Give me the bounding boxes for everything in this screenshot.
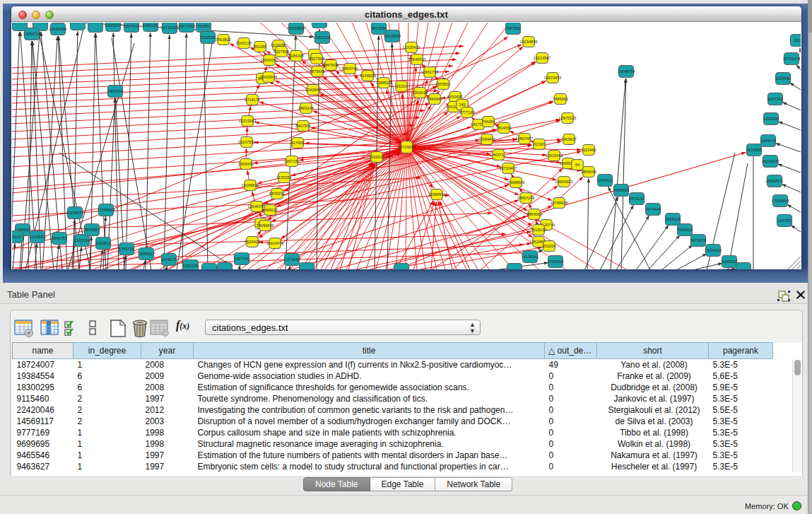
svg-text:9884067: 9884067 — [526, 212, 542, 216]
svg-text:10653267: 10653267 — [105, 23, 122, 28]
svg-text:1588520: 1588520 — [376, 81, 392, 85]
svg-text:1733426: 1733426 — [548, 259, 563, 264]
svg-text:116753: 116753 — [778, 218, 791, 223]
svg-text:1135359: 1135359 — [276, 175, 291, 180]
svg-text:7663822: 7663822 — [216, 37, 231, 42]
svg-text:16210643: 16210643 — [762, 159, 779, 163]
svg-text:5958928: 5958928 — [613, 188, 629, 192]
svg-text:3267150: 3267150 — [284, 159, 300, 163]
svg-text:7515526: 7515526 — [200, 35, 216, 40]
svg-text:8160128: 8160128 — [236, 41, 252, 45]
svg-text:39119: 39119 — [12, 235, 21, 239]
svg-text:4498222: 4498222 — [262, 208, 278, 212]
svg-text:17359924: 17359924 — [98, 208, 115, 212]
svg-text:11325419: 11325419 — [403, 45, 420, 49]
svg-text:9242848: 9242848 — [305, 88, 321, 92]
svg-text:1290513: 1290513 — [95, 241, 111, 245]
svg-text:16154808: 16154808 — [520, 40, 538, 44]
svg-text:9329966: 9329966 — [775, 76, 791, 81]
svg-text:891295: 891295 — [254, 45, 267, 49]
svg-text:3824554: 3824554 — [496, 126, 512, 130]
svg-text:19218506: 19218506 — [384, 34, 401, 38]
svg-text:9327503: 9327503 — [273, 49, 289, 54]
svg-text:20206576: 20206576 — [66, 211, 84, 215]
svg-text:18807249: 18807249 — [517, 196, 535, 200]
svg-text:6466160: 6466160 — [143, 23, 158, 28]
svg-text:3875685: 3875685 — [310, 69, 325, 74]
svg-text:20691406: 20691406 — [49, 27, 67, 31]
svg-text:18640910: 18640910 — [408, 57, 426, 62]
svg-text:1678275: 1678275 — [161, 257, 177, 262]
svg-text:15751074: 15751074 — [783, 57, 801, 61]
svg-text:16033809: 16033809 — [288, 26, 305, 30]
svg-text:1965493: 1965493 — [238, 162, 254, 166]
svg-text:14136141: 14136141 — [522, 255, 539, 259]
svg-text:1292346: 1292346 — [183, 264, 199, 268]
svg-text:1244415: 1244415 — [760, 139, 776, 143]
svg-text:9115460: 9115460 — [581, 148, 596, 152]
svg-text:2905334: 2905334 — [107, 89, 123, 93]
svg-text:1362615: 1362615 — [412, 90, 428, 95]
svg-text:40371: 40371 — [493, 153, 504, 157]
svg-text:10719185: 10719185 — [161, 25, 179, 30]
svg-text:345: 345 — [459, 103, 465, 107]
svg-text:1209358: 1209358 — [763, 117, 779, 121]
svg-text:62160: 62160 — [534, 142, 545, 146]
svg-text:7357224: 7357224 — [314, 35, 330, 40]
svg-text:23420046: 23420046 — [260, 75, 278, 79]
svg-text:1371648: 1371648 — [284, 257, 300, 262]
svg-text:8454749: 8454749 — [342, 66, 358, 71]
svg-text:751552: 751552 — [197, 24, 211, 28]
svg-text:2803144: 2803144 — [298, 106, 314, 110]
svg-text:1640912: 1640912 — [597, 178, 613, 182]
svg-text:746266: 746266 — [482, 119, 495, 124]
svg-text:1795725: 1795725 — [119, 247, 134, 251]
svg-text:6793402: 6793402 — [447, 95, 463, 99]
svg-text:9146821: 9146821 — [360, 74, 375, 78]
svg-text:16914479: 16914479 — [266, 241, 284, 245]
svg-text:8215955: 8215955 — [746, 148, 762, 152]
svg-text:16543362: 16543362 — [261, 58, 278, 62]
svg-text:12213967: 12213967 — [534, 56, 551, 60]
svg-text:16648784: 16648784 — [618, 69, 635, 74]
svg-text:2930021: 2930021 — [369, 155, 384, 159]
svg-text:6879197: 6879197 — [629, 197, 645, 201]
svg-text:14055714: 14055714 — [23, 32, 41, 36]
svg-text:14099489: 14099489 — [257, 223, 274, 228]
svg-text:2718176: 2718176 — [245, 98, 260, 102]
svg-text:19384554: 19384554 — [428, 192, 446, 197]
svg-text:1615132: 1615132 — [531, 228, 546, 232]
svg-text:20364436: 20364436 — [478, 137, 496, 141]
svg-text:15692971: 15692971 — [766, 179, 784, 183]
svg-text:9463627: 9463627 — [561, 137, 577, 141]
svg-text:12213383: 12213383 — [239, 119, 257, 123]
svg-text:9327508: 9327508 — [309, 57, 324, 61]
svg-text:10973493: 10973493 — [544, 76, 562, 80]
svg-text:9777169: 9777169 — [459, 110, 475, 115]
svg-text:64: 64 — [575, 163, 579, 167]
svg-text:1215682: 1215682 — [30, 235, 45, 239]
svg-text:8471676: 8471676 — [690, 238, 706, 243]
svg-text:18724007: 18724007 — [398, 145, 416, 149]
svg-text:19166829: 19166829 — [242, 183, 259, 187]
svg-text:2087652: 2087652 — [505, 26, 521, 30]
svg-text:10688609: 10688609 — [507, 180, 525, 185]
svg-text:9975887: 9975887 — [84, 228, 100, 232]
svg-text:8186328: 8186328 — [288, 54, 304, 58]
svg-text:7955812: 7955812 — [435, 82, 451, 86]
svg-text:9227342: 9227342 — [767, 97, 783, 101]
svg-text:8813054: 8813054 — [371, 26, 387, 30]
svg-text:16671355: 16671355 — [178, 24, 196, 28]
svg-text:2942757: 2942757 — [52, 236, 67, 240]
svg-text:8427552: 8427552 — [295, 124, 311, 128]
svg-text:2935114: 2935114 — [665, 217, 680, 221]
svg-text:417006: 417006 — [291, 141, 305, 145]
svg-text:9474444: 9474444 — [645, 207, 661, 211]
svg-text:9457791: 9457791 — [234, 257, 249, 261]
svg-text:10107553: 10107553 — [238, 140, 256, 144]
svg-text:9899695: 9899695 — [581, 170, 596, 174]
svg-text:1527602: 1527602 — [124, 24, 139, 28]
svg-text:9245052: 9245052 — [722, 259, 737, 264]
svg-text:7625402: 7625402 — [245, 240, 260, 244]
svg-text:252254: 252254 — [543, 244, 556, 248]
